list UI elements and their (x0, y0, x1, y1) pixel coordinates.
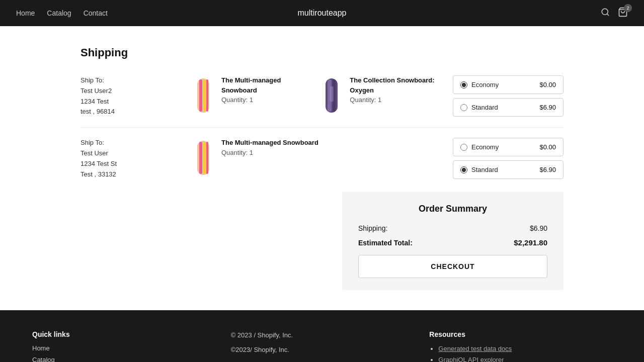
resource-link-1[interactable]: Generated test data docs (438, 345, 612, 352)
footer-copy-1: © 2023 / Shopify, Inc. (231, 330, 414, 341)
standard-price-1: $6.90 (539, 104, 556, 111)
page-title: Shipping (80, 46, 564, 59)
product-img-2a (191, 138, 215, 178)
cart-count: 2 (624, 4, 632, 12)
economy-label-2[interactable]: Economy (460, 143, 499, 151)
total-value: $2,291.80 (514, 238, 547, 247)
prod-name-2a: The Multi-managed Snowboard (221, 138, 318, 148)
ship-address-2: Ship To: Test User 1234 Test St Test , 3… (80, 138, 191, 179)
economy-radio-2[interactable] (460, 144, 467, 151)
nav-catalog[interactable]: Catalog (47, 9, 71, 17)
snowboard-img-collection (323, 76, 341, 115)
cart-icon[interactable]: 2 (618, 7, 628, 20)
shipping-summary-label: Shipping: (358, 224, 387, 232)
prod-qty-1a: Quantity: 1 (221, 95, 311, 105)
resource-item-2: GraphiQL API explorer (438, 355, 612, 362)
prod-qty-2a: Quantity: 1 (221, 148, 318, 158)
economy-price-2: $0.00 (539, 143, 556, 151)
prod-name-1b: The Collection Snowboard: Oxygen (350, 75, 453, 95)
ship-name-2: Test User (80, 148, 191, 159)
shipping-option-standard-1[interactable]: Standard $6.90 (453, 98, 564, 117)
standard-radio-1[interactable] (460, 104, 467, 111)
brand-name: multirouteapp (298, 9, 347, 18)
product-card-1a: The Multi-managed Snowboard Quantity: 1 (191, 75, 311, 116)
product-card-1b: The Collection Snowboard: Oxygen Quantit… (319, 75, 453, 116)
shipping-row-2: Ship To: Test User 1234 Test St Test , 3… (80, 138, 564, 179)
resources-title: Resources (429, 330, 612, 338)
footer-copy-2: ©2023/ Shopify, Inc. (231, 345, 414, 355)
standard-radio-2[interactable] (460, 166, 467, 173)
svg-rect-12 (199, 142, 202, 174)
ship-to-label-2: Ship To: (80, 138, 191, 148)
quick-links-title: Quick links (32, 330, 215, 338)
product-img-1a (191, 75, 215, 116)
economy-label-1[interactable]: Economy (460, 81, 499, 88)
order-summary-title: Order Summary (358, 204, 547, 214)
ship-street-2: 1234 Test St (80, 159, 191, 169)
search-icon[interactable] (601, 8, 610, 19)
snowboard-img-multi-2 (194, 139, 212, 177)
shipping-summary-value: $6.90 (530, 224, 547, 232)
shipping-summary-line: Shipping: $6.90 (358, 224, 547, 232)
footer-quick-links: Quick links Home Catalog Contact (32, 330, 215, 362)
order-summary: Order Summary Shipping: $6.90 Estimated … (342, 192, 564, 290)
shipping-option-economy-2[interactable]: Economy $0.00 (453, 138, 564, 156)
footer-home-link[interactable]: Home (32, 344, 215, 352)
ship-street-1: 1234 Test (80, 97, 191, 107)
footer-resources: Resources Generated test data docs Graph… (429, 330, 612, 362)
product-info-2a: The Multi-managed Snowboard Quantity: 1 (221, 138, 318, 157)
snowboard-img-multi (194, 76, 212, 115)
product-img-1b (319, 75, 344, 116)
ship-address-1: Ship To: Test User2 1234 Test test , 968… (80, 75, 191, 117)
resources-list: Generated test data docs GraphiQL API ex… (429, 344, 612, 362)
economy-price-1: $0.00 (539, 81, 556, 88)
row-divider (80, 127, 564, 128)
nav-home[interactable]: Home (16, 9, 35, 17)
nav-contact[interactable]: Contact (84, 9, 108, 17)
prod-name-1a: The Multi-managed Snowboard (221, 75, 311, 95)
products-section-2: The Multi-managed Snowboard Quantity: 1 (191, 138, 453, 178)
nav-icons: 2 (601, 7, 628, 20)
resource-link-2[interactable]: GraphiQL API explorer (438, 356, 612, 362)
product-info-1a: The Multi-managed Snowboard Quantity: 1 (221, 75, 311, 105)
standard-label-1[interactable]: Standard (460, 104, 498, 111)
product-info-1b: The Collection Snowboard: Oxygen Quantit… (350, 75, 453, 105)
footer-center: © 2023 / Shopify, Inc. ©2023/ Shopify, I… (231, 330, 414, 362)
shipping-row-1: Ship To: Test User2 1234 Test test , 968… (80, 75, 564, 117)
standard-label-2[interactable]: Standard (460, 166, 498, 173)
svg-rect-10 (330, 86, 334, 102)
main-content: Shipping Ship To: Test User2 1234 Test t… (0, 26, 644, 310)
total-label: Estimated Total: (358, 239, 413, 247)
shipping-options-2: Economy $0.00 Standard $6.90 (453, 138, 564, 179)
shipping-option-economy-1[interactable]: Economy $0.00 (453, 75, 564, 94)
svg-rect-4 (199, 79, 202, 112)
navbar: Home Catalog Contact multirouteapp 2 (0, 0, 644, 26)
order-summary-wrapper: Order Summary Shipping: $6.90 Estimated … (80, 192, 564, 290)
checkout-button[interactable]: CHECKOUT (358, 255, 547, 278)
ship-city-1: test , 96814 (80, 107, 191, 117)
prod-qty-1b: Quantity: 1 (350, 95, 453, 105)
total-summary-line: Estimated Total: $2,291.80 (358, 238, 547, 247)
nav-links: Home Catalog Contact (16, 9, 108, 17)
resource-item-1: Generated test data docs (438, 344, 612, 352)
shipping-option-standard-2[interactable]: Standard $6.90 (453, 160, 564, 179)
svg-rect-5 (203, 79, 206, 112)
footer-catalog-link[interactable]: Catalog (32, 356, 215, 362)
standard-price-2: $6.90 (539, 166, 556, 173)
svg-rect-14 (206, 142, 208, 174)
products-section-1: The Multi-managed Snowboard Quantity: 1 (191, 75, 453, 116)
svg-rect-6 (206, 79, 208, 112)
economy-radio-1[interactable] (460, 81, 467, 88)
svg-line-1 (607, 14, 608, 15)
ship-to-label-1: Ship To: (80, 75, 191, 86)
ship-name-1: Test User2 (80, 86, 191, 97)
shipping-options-1: Economy $0.00 Standard $6.90 (453, 75, 564, 117)
product-card-2a: The Multi-managed Snowboard Quantity: 1 (191, 138, 318, 178)
ship-city-2: Test , 33132 (80, 169, 191, 180)
svg-rect-13 (203, 142, 206, 174)
footer: Quick links Home Catalog Contact © 2023 … (0, 310, 644, 362)
